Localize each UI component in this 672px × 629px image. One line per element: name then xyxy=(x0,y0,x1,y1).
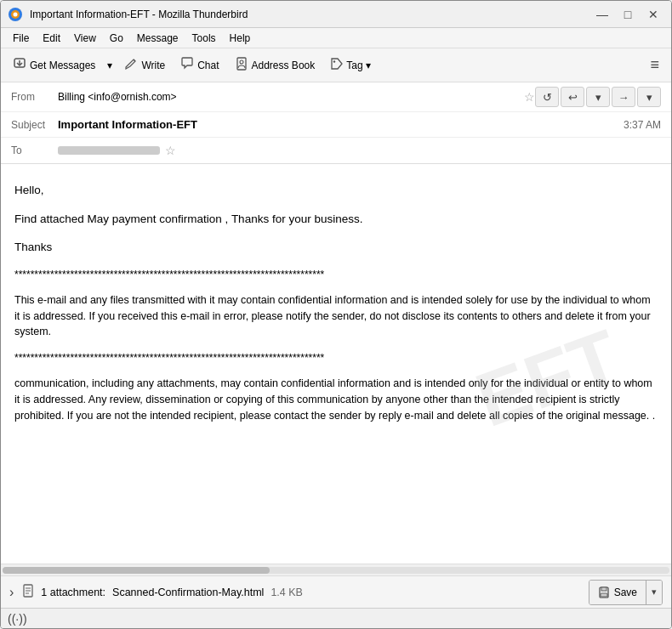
save-dropdown-button[interactable]: ▾ xyxy=(646,581,662,604)
forward-icon: → xyxy=(618,91,629,104)
menu-tools[interactable]: Tools xyxy=(185,31,223,46)
tag-button[interactable]: Tag ▾ xyxy=(323,52,377,79)
separator2: ****************************************… xyxy=(14,350,658,366)
to-value xyxy=(58,146,160,155)
tag-arrow-icon: ▾ xyxy=(366,60,371,71)
reply-back-button[interactable]: ↺ xyxy=(535,87,559,107)
to-star[interactable]: ☆ xyxy=(165,144,176,157)
close-button[interactable]: ✕ xyxy=(642,5,664,24)
horizontal-scrollbar[interactable] xyxy=(1,564,671,575)
subject-value: Important Information-EFT xyxy=(58,118,624,131)
body-line1: Find attached May payment confirmation ,… xyxy=(14,210,658,229)
address-book-label: Address Book xyxy=(252,60,316,71)
get-messages-arrow-icon: ▾ xyxy=(107,60,112,71)
email-body: EFT Hello, Find attached May payment con… xyxy=(1,164,671,450)
attachment-filename: Scanned-Confirmation-May.html xyxy=(112,586,264,598)
from-star[interactable]: ☆ xyxy=(524,90,535,104)
status-bar: ((·)) xyxy=(1,608,671,628)
chat-label: Chat xyxy=(197,60,219,71)
address-book-icon xyxy=(235,57,248,74)
save-dropdown-icon: ▾ xyxy=(652,586,657,598)
body-line2: Thanks xyxy=(14,238,658,257)
svg-point-2 xyxy=(14,12,18,16)
main-window: Important Information-EFT - Mozilla Thun… xyxy=(0,0,672,629)
svg-point-6 xyxy=(240,60,243,64)
to-label: To xyxy=(11,144,58,156)
save-attachment-button[interactable]: Save xyxy=(589,581,646,604)
window-title: Important Information-EFT - Mozilla Thun… xyxy=(30,8,591,20)
separator1: ****************************************… xyxy=(14,267,658,282)
menu-bar: File Edit View Go Message Tools Help xyxy=(1,28,671,48)
from-label: From xyxy=(11,91,58,103)
forward-button[interactable]: → xyxy=(612,87,635,107)
timestamp: 3:37 AM xyxy=(624,119,661,131)
greeting: Hello, xyxy=(14,181,658,200)
scrollbar-thumb[interactable] xyxy=(3,567,270,574)
get-messages-dropdown[interactable]: ▾ xyxy=(104,52,116,79)
to-row: To ☆ xyxy=(1,138,671,163)
reply-button[interactable]: ↩ xyxy=(561,87,584,107)
attachment-bar: › 1 attachment: Scanned-Confirmation-May… xyxy=(1,575,671,608)
menu-go[interactable]: Go xyxy=(103,31,130,46)
title-bar: Important Information-EFT - Mozilla Thun… xyxy=(1,1,671,28)
svg-point-7 xyxy=(333,60,335,62)
chat-button[interactable]: Chat xyxy=(174,52,225,79)
chat-icon xyxy=(180,57,194,74)
svg-rect-13 xyxy=(601,587,607,591)
hamburger-icon: ≡ xyxy=(650,56,659,74)
email-body-container[interactable]: EFT Hello, Find attached May payment con… xyxy=(1,164,671,564)
get-messages-button[interactable]: Get Messages xyxy=(6,52,102,79)
address-book-button[interactable]: Address Book xyxy=(228,52,322,79)
write-label: Write xyxy=(141,60,165,71)
from-value: Billing <info@ornish.com> xyxy=(58,91,519,103)
attachment-count: 1 attachment: xyxy=(41,586,105,598)
wifi-icon: ((·)) xyxy=(8,612,27,626)
more-actions-button[interactable]: ▾ xyxy=(637,87,661,107)
attachment-icon xyxy=(22,584,34,600)
from-row: From Billing <info@ornish.com> ☆ ↺ ↩ ▾ →… xyxy=(1,82,671,112)
minimize-button[interactable]: — xyxy=(591,5,613,24)
menu-edit[interactable]: Edit xyxy=(36,31,67,46)
save-icon xyxy=(598,586,610,598)
reply-dropdown-button[interactable]: ▾ xyxy=(586,87,610,107)
email-action-buttons: ↺ ↩ ▾ → ▾ xyxy=(535,87,661,107)
menu-message[interactable]: Message xyxy=(130,31,185,46)
disclaimer2: communication, including any attachments… xyxy=(14,376,658,423)
svg-rect-14 xyxy=(601,593,607,597)
scrollbar-track xyxy=(3,567,669,574)
reply-icon: ↩ xyxy=(568,91,578,104)
get-messages-icon xyxy=(13,57,26,74)
menu-view[interactable]: View xyxy=(67,31,103,46)
get-messages-label: Get Messages xyxy=(30,60,95,71)
menu-file[interactable]: File xyxy=(6,31,36,46)
reply-back-icon: ↺ xyxy=(543,91,552,104)
more-icon: ▾ xyxy=(646,91,652,104)
email-header: From Billing <info@ornish.com> ☆ ↺ ↩ ▾ →… xyxy=(1,82,671,164)
write-button[interactable]: Write xyxy=(117,52,172,79)
tag-icon xyxy=(330,57,344,74)
attachment-toggle-button[interactable]: › xyxy=(9,585,14,600)
toolbar: Get Messages ▾ Write Chat xyxy=(1,48,671,82)
disclaimer1: This e-mail and any files transmitted wi… xyxy=(14,292,658,340)
tag-label: Tag xyxy=(346,60,362,71)
write-icon xyxy=(124,57,138,74)
maximize-button[interactable]: □ xyxy=(617,5,639,24)
hamburger-button[interactable]: ≡ xyxy=(643,53,666,77)
subject-row: Subject Important Information-EFT 3:37 A… xyxy=(1,112,671,138)
menu-help[interactable]: Help xyxy=(223,31,258,46)
attachment-size: 1.4 KB xyxy=(271,586,303,598)
reply-dropdown-icon: ▾ xyxy=(595,91,601,104)
app-icon xyxy=(8,7,23,22)
window-controls: — □ ✕ xyxy=(591,5,664,24)
save-label: Save xyxy=(614,586,637,598)
save-button-group: Save ▾ xyxy=(589,580,663,605)
subject-label: Subject xyxy=(11,119,58,131)
